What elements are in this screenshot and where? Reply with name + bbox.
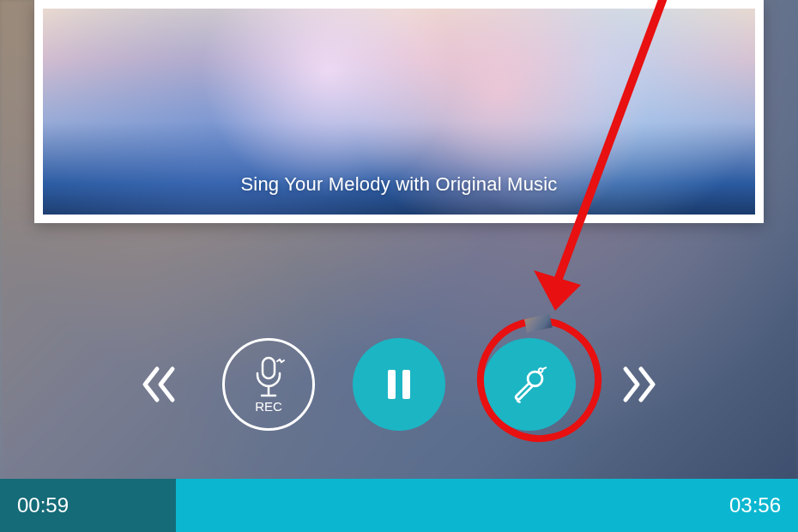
pause-icon — [378, 363, 420, 406]
chevron-left-icon — [133, 359, 184, 410]
chevron-right-icon — [614, 359, 665, 410]
record-button[interactable]: REC — [222, 338, 315, 431]
progress-remaining: 03:56 — [176, 479, 798, 532]
svg-rect-3 — [388, 370, 396, 399]
record-label: REC — [255, 399, 282, 414]
karaoke-mic-icon — [505, 360, 553, 408]
pause-button[interactable] — [353, 338, 445, 431]
svg-rect-4 — [402, 370, 410, 399]
next-button[interactable] — [614, 359, 665, 410]
album-art: Sing Your Melody with Original Music — [43, 9, 755, 215]
album-tagline: Sing Your Melody with Original Music — [240, 173, 557, 196]
total-time: 03:56 — [729, 493, 781, 517]
microphone-icon — [248, 356, 289, 401]
album-card: Sing Your Melody with Original Music — [34, 0, 764, 223]
player-controls: REC — [0, 333, 798, 436]
progress-elapsed: 00:59 — [0, 479, 176, 532]
elapsed-time: 00:59 — [17, 493, 69, 517]
svg-rect-0 — [263, 358, 275, 378]
karaoke-button[interactable] — [483, 338, 576, 431]
progress-bar[interactable]: 00:59 03:56 — [0, 479, 798, 532]
previous-button[interactable] — [133, 359, 184, 410]
